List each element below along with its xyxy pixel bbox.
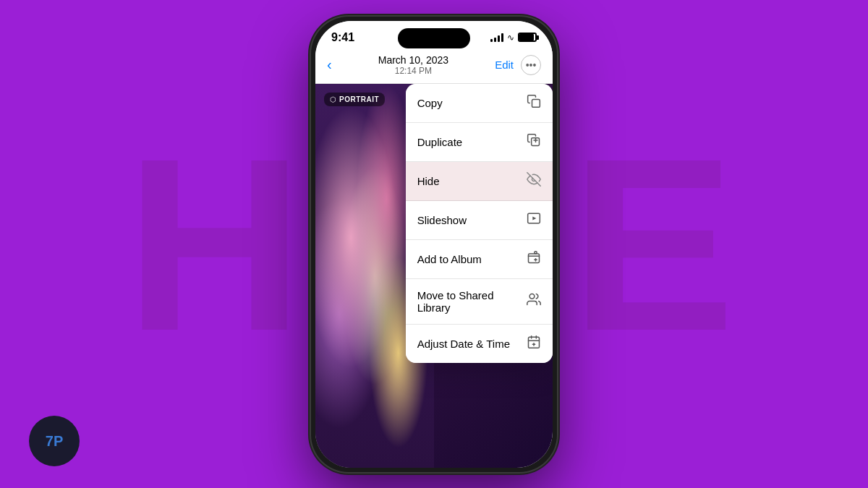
menu-item-copy[interactable]: Copy [406,84,553,123]
nav-center: March 10, 2023 12:14 PM [378,54,448,76]
back-button[interactable]: ‹ [327,56,332,73]
adjust-date-icon [527,335,541,353]
shared-library-label: Move to Shared Library [417,289,527,314]
context-menu: Copy Duplicate [406,84,553,363]
duplicate-label: Duplicate [417,136,463,148]
shared-library-icon [527,292,541,310]
portrait-badge: ⬡ PORTRAIT [324,93,385,106]
menu-item-hide[interactable]: Hide [406,162,553,201]
menu-item-slideshow[interactable]: Slideshow [406,201,553,240]
dynamic-island [398,28,470,48]
slideshow-icon [527,211,541,229]
copy-label: Copy [417,97,443,109]
ellipsis-icon: ••• [526,59,537,71]
hide-icon [527,172,541,190]
nav-actions: Edit ••• [495,55,541,75]
edit-button[interactable]: Edit [495,59,514,71]
svg-rect-12 [529,337,540,348]
svg-rect-0 [532,99,540,107]
wifi-icon: ∿ [507,33,514,43]
menu-item-adjust-date[interactable]: Adjust Date & Time [406,325,553,363]
more-button[interactable]: ••• [521,55,541,75]
adjust-date-label: Adjust Date & Time [417,338,510,350]
nav-bar: ‹ March 10, 2023 12:14 PM Edit ••• [315,50,553,84]
logo-badge: 7P [29,416,80,466]
portrait-label: PORTRAIT [339,95,379,103]
nav-date: March 10, 2023 [378,54,448,66]
svg-marker-6 [532,216,536,220]
add-album-label: Add to Album [417,253,482,265]
content-area: ⬡ PORTRAIT Copy Duplicate [315,84,553,468]
status-bar: 9:41 ∿ [315,21,553,50]
copy-icon [527,94,541,112]
nav-time: 12:14 PM [378,66,448,76]
portrait-icon: ⬡ [330,95,336,103]
battery-icon [518,33,537,42]
slideshow-label: Slideshow [417,214,467,226]
phone-screen: 9:41 ∿ ‹ March 10, 2023 12:14 PM Edit [315,21,553,468]
logo-text: 7P [46,433,63,450]
menu-item-shared-library[interactable]: Move to Shared Library [406,279,553,325]
phone-frame: 9:41 ∿ ‹ March 10, 2023 12:14 PM Edit [311,17,557,472]
signal-icon [490,33,503,42]
status-time: 9:41 [331,31,354,44]
menu-item-duplicate[interactable]: Duplicate [406,123,553,162]
hide-label: Hide [417,175,440,187]
menu-item-add-album[interactable]: Add to Album [406,240,553,279]
duplicate-icon [527,133,541,151]
svg-point-11 [529,294,535,299]
svg-rect-7 [529,254,540,263]
status-icons: ∿ [490,33,537,43]
add-album-icon [527,250,541,268]
svg-point-8 [535,251,537,253]
